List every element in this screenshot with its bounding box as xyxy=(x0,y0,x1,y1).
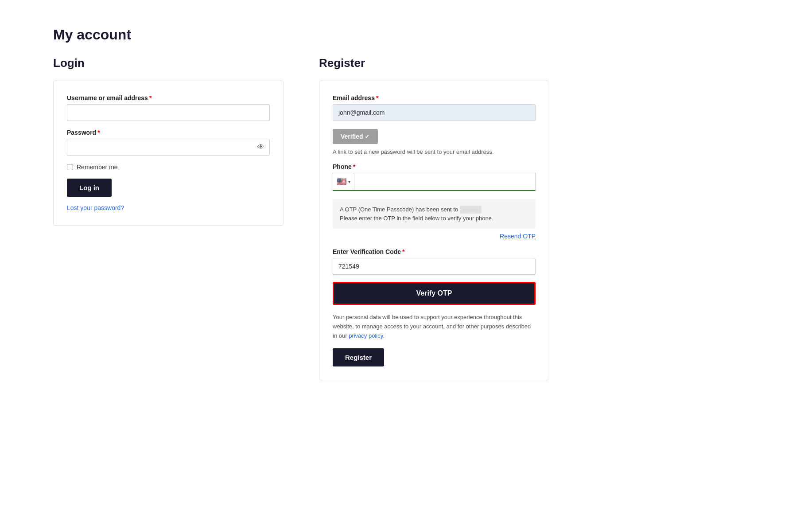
verify-otp-button[interactable]: Verify OTP xyxy=(333,282,536,305)
username-input[interactable] xyxy=(67,104,270,121)
register-button[interactable]: Register xyxy=(333,348,384,366)
username-label: Username or email address* xyxy=(67,94,270,101)
resend-otp-link[interactable]: Resend OTP xyxy=(500,233,536,240)
email-note: A link to set a new password will be sen… xyxy=(333,148,536,155)
login-form-box: Username or email address* Password* 👁 xyxy=(53,81,284,226)
phone-label: Phone* xyxy=(333,163,536,170)
username-field-group: Username or email address* xyxy=(67,94,270,121)
phone-required: * xyxy=(353,163,355,170)
privacy-note: Your personal data will be used to suppo… xyxy=(333,313,536,340)
remember-checkbox[interactable] xyxy=(67,164,73,170)
register-section-title: Register xyxy=(319,56,549,70)
password-input[interactable] xyxy=(67,139,270,156)
us-flag-icon: 🇺🇸 xyxy=(337,177,346,187)
remember-label: Remember me xyxy=(77,164,118,171)
lost-password-link[interactable]: Lost your password? xyxy=(67,204,124,211)
phone-field-group: Phone* 🇺🇸 ▾ xyxy=(333,163,536,191)
login-section-title: Login xyxy=(53,56,284,70)
phone-country-selector[interactable]: 🇺🇸 ▾ xyxy=(333,173,354,190)
page-title: My account xyxy=(53,27,759,43)
password-field-group: Password* 👁 xyxy=(67,129,270,156)
password-required: * xyxy=(97,129,100,136)
email-field-group: Email address* xyxy=(333,94,536,121)
login-section: Login Username or email address* Passwor… xyxy=(53,56,284,226)
otp-notice: A OTP (One Time Passcode) has been sent … xyxy=(333,199,536,229)
otp-masked-number: ·········· xyxy=(460,206,482,214)
password-label: Password* xyxy=(67,129,270,136)
username-required: * xyxy=(149,94,152,101)
register-form-box: Email address* Verified ✓ A link to set … xyxy=(319,81,549,380)
verification-code-input[interactable] xyxy=(333,258,536,275)
register-section: Register Email address* Verified ✓ A lin… xyxy=(319,56,549,380)
verification-required: * xyxy=(402,248,404,255)
resend-row: Resend OTP xyxy=(333,232,536,240)
chevron-down-icon: ▾ xyxy=(348,179,350,184)
password-wrapper: 👁 xyxy=(67,139,270,156)
phone-wrapper: 🇺🇸 ▾ xyxy=(333,173,536,191)
toggle-password-icon[interactable]: 👁 xyxy=(257,143,264,151)
phone-input[interactable] xyxy=(354,174,535,190)
verified-button: Verified ✓ xyxy=(333,129,378,144)
verification-code-label: Enter Verification Code* xyxy=(333,248,536,255)
email-required: * xyxy=(376,94,378,101)
login-button[interactable]: Log in xyxy=(67,179,112,197)
email-input[interactable] xyxy=(333,104,536,121)
email-label: Email address* xyxy=(333,94,536,101)
privacy-policy-link[interactable]: privacy policy. xyxy=(349,332,385,339)
verification-code-group: Enter Verification Code* xyxy=(333,248,536,275)
remember-row: Remember me xyxy=(67,164,270,171)
